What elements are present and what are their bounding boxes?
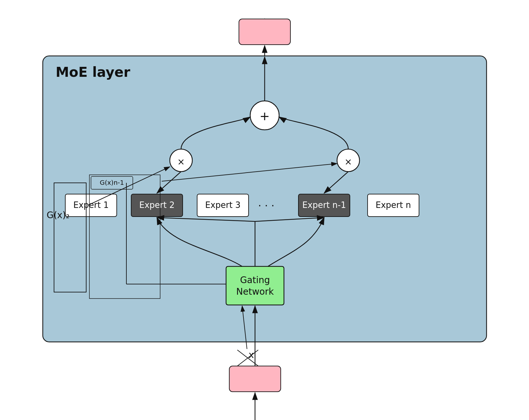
svg-text:· · ·: · · ·: [258, 200, 274, 212]
svg-text:Expert 1: Expert 1: [73, 200, 108, 210]
moe-layer-label: MoE layer: [56, 64, 130, 80]
svg-rect-39: [229, 366, 281, 392]
svg-text:G(x)n-1: G(x)n-1: [100, 179, 124, 186]
svg-text:Expert n-1: Expert n-1: [302, 200, 346, 210]
svg-text:×: ×: [177, 156, 185, 167]
svg-text:+: +: [260, 109, 270, 123]
svg-text:×: ×: [344, 156, 352, 167]
svg-rect-26: [226, 266, 284, 305]
svg-text:Expert n: Expert n: [376, 200, 411, 210]
svg-text:Network: Network: [236, 286, 274, 297]
svg-text:Expert 2: Expert 2: [139, 200, 174, 210]
svg-rect-3: [239, 19, 290, 45]
diagram: MoE layer + × × Expert 1 Expert 2 Expert…: [23, 9, 506, 411]
svg-text:G(x)₂: G(x)₂: [47, 210, 69, 220]
svg-text:Expert 3: Expert 3: [205, 200, 240, 210]
svg-text:Gating: Gating: [240, 275, 270, 285]
